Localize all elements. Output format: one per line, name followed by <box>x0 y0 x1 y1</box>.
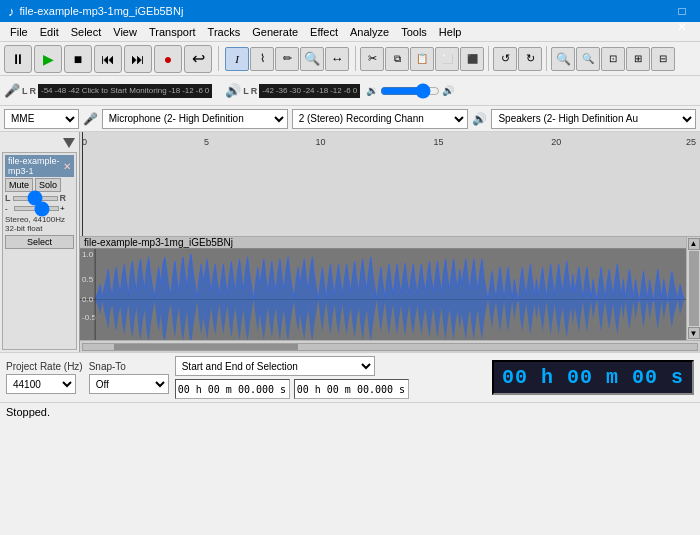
waveform-container[interactable]: file-example-mp3-1mg_iGEb5BNj <box>80 237 686 341</box>
zoom-in-track[interactable]: 🔍 <box>551 47 575 71</box>
menu-transport[interactable]: Transport <box>143 24 202 40</box>
play-button[interactable]: ▶ <box>34 45 62 73</box>
status-bar: Stopped. <box>0 402 700 420</box>
track-close-button[interactable]: ✕ <box>63 161 71 172</box>
svg-text:0.0: 0.0 <box>82 294 94 303</box>
meter-tick-6: -6 <box>196 86 203 95</box>
vscroll-down[interactable]: ▼ <box>688 327 700 339</box>
time-value: 00 h 00 m 00 s <box>502 366 684 389</box>
envelope-tool-button[interactable]: ⌇ <box>250 47 274 71</box>
speaker-icon[interactable]: 🔊 <box>225 83 241 98</box>
menu-select[interactable]: Select <box>65 24 108 40</box>
menu-edit[interactable]: Edit <box>34 24 65 40</box>
trim-button[interactable]: ⬜ <box>435 47 459 71</box>
time-shift-button[interactable]: ↔ <box>325 47 349 71</box>
gain-triangle[interactable] <box>63 138 75 148</box>
sel-end-input[interactable] <box>294 379 409 399</box>
project-rate-select[interactable]: 44100 <box>6 374 76 394</box>
hscroll-track[interactable] <box>82 343 698 351</box>
menu-view[interactable]: View <box>107 24 143 40</box>
menu-effect[interactable]: Effect <box>304 24 344 40</box>
mic-icon[interactable]: 🎤 <box>4 83 20 98</box>
pause-button[interactable]: ⏸ <box>4 45 32 73</box>
skip-forward-button[interactable]: ⏭ <box>124 45 152 73</box>
volume-slider[interactable] <box>380 87 440 95</box>
vol-up-icon: 🔊 <box>442 85 454 96</box>
selection-tool-button[interactable]: I <box>225 47 249 71</box>
redo-button[interactable]: ↻ <box>518 47 542 71</box>
paste-button[interactable]: 📋 <box>410 47 434 71</box>
playback-left-label: L <box>243 86 249 96</box>
silence-button[interactable]: ⬛ <box>460 47 484 71</box>
track-stereo: Stereo, 44100Hz <box>5 215 74 224</box>
copy-button[interactable]: ⧉ <box>385 47 409 71</box>
stop-button[interactable]: ■ <box>64 45 92 73</box>
menu-tracks[interactable]: Tracks <box>202 24 247 40</box>
zoom-out-track[interactable]: 🔍 <box>576 47 600 71</box>
select-button[interactable]: Select <box>5 235 74 249</box>
draw-tool-button[interactable]: ✏ <box>275 47 299 71</box>
hscroll-thumb[interactable] <box>114 344 298 350</box>
snap-select[interactable]: Off <box>89 374 169 394</box>
sel-start-input[interactable] <box>175 379 290 399</box>
time-display: 00 h 00 m 00 s <box>492 360 694 395</box>
mic-device-icon: 🎤 <box>83 112 98 126</box>
toolbar-row2: 🎤 L R -54 -48 -42 Click to Start Monitor… <box>0 76 700 106</box>
vol-label: - <box>5 204 13 213</box>
undo-button[interactable]: ↺ <box>493 47 517 71</box>
waveform-display[interactable]: 1.0 0.0 -0.5 -1.0 0.5 1.0 0.5 0.0 -0.5 -… <box>80 249 686 341</box>
skip-back-button[interactable]: ⏮ <box>94 45 122 73</box>
zoom-fit-track[interactable]: ⊞ <box>626 47 650 71</box>
timeline-ruler[interactable]: 0 5 10 15 20 25 <box>80 132 700 237</box>
zoom-toggle[interactable]: ⊟ <box>651 47 675 71</box>
pm-tick-36: -36 <box>276 86 288 95</box>
meter-tick-48: -48 <box>55 86 67 95</box>
track-name: file-example-mp3-1 <box>8 156 60 176</box>
output-device-select[interactable]: Speakers (2- High Definition Au <box>491 109 696 129</box>
menu-file[interactable]: File <box>4 24 34 40</box>
menu-analyze[interactable]: Analyze <box>344 24 395 40</box>
zoom-in-button[interactable]: 🔍 <box>300 47 324 71</box>
maximize-button[interactable]: □ <box>672 3 692 19</box>
host-select[interactable]: MME <box>4 109 79 129</box>
playback-meter[interactable]: -42 -36 -30 -24 -18 -12 -6 0 <box>259 84 360 98</box>
snap-to-group: Snap-To Off <box>89 361 169 394</box>
record-button[interactable]: ● <box>154 45 182 73</box>
waveform-title-text: file-example-mp3-1mg_iGEb5BNj <box>84 237 233 248</box>
vscroll-up[interactable]: ▲ <box>688 238 700 250</box>
ruler-25: 25 <box>686 137 696 147</box>
pm-tick-24: -24 <box>303 86 315 95</box>
input-device-select[interactable]: Microphone (2- High Definition <box>102 109 288 129</box>
toolbar-row1: ⏸ ▶ ■ ⏮ ⏭ ● ↩ I ⌇ ✏ 🔍 ↔ ✂ ⧉ 📋 ⬜ ⬛ ↺ ↻ 🔍 … <box>0 42 700 76</box>
meter-monitoring-label: Click to Start Monitoring <box>82 86 167 95</box>
ruler-15: 15 <box>433 137 443 147</box>
track-name-box[interactable]: file-example-mp3-1 ✕ <box>5 155 74 177</box>
app-icon: ♪ <box>8 4 15 19</box>
track-vol-slider[interactable] <box>14 206 59 211</box>
waveform-titlebar: file-example-mp3-1mg_iGEb5BNj <box>80 237 686 249</box>
pm-tick-18: -18 <box>317 86 329 95</box>
menu-generate[interactable]: Generate <box>246 24 304 40</box>
vscroll-thumb[interactable] <box>689 251 699 327</box>
menu-tools[interactable]: Tools <box>395 24 433 40</box>
selection-format-select[interactable]: Start and End of Selection Start and Len… <box>175 356 375 376</box>
horizontal-scrollbar[interactable] <box>80 340 700 352</box>
titlebar: ♪ file-example-mp3-1mg_iGEb5BNj — □ ✕ <box>0 0 700 22</box>
pm-tick-30: -30 <box>289 86 301 95</box>
loop-button[interactable]: ↩ <box>184 45 212 73</box>
channel-select[interactable]: 2 (Stereo) Recording Chann <box>292 109 469 129</box>
close-button[interactable]: ✕ <box>672 19 692 35</box>
track-left-panel: file-example-mp3-1 ✕ Mute Solo L R - + <box>0 132 80 352</box>
project-rate-group: Project Rate (Hz) 44100 <box>6 361 83 394</box>
menu-help[interactable]: Help <box>433 24 468 40</box>
menubar: File Edit Select View Transport Tracks G… <box>0 22 700 42</box>
bottom-toolbar: Project Rate (Hz) 44100 Snap-To Off Star… <box>0 352 700 402</box>
window-title: file-example-mp3-1mg_iGEb5BNj <box>20 5 673 17</box>
vertical-scrollbar[interactable]: ▲ ▼ <box>686 237 700 341</box>
record-meter[interactable]: -54 -48 -42 Click to Start Monitoring -1… <box>38 84 212 98</box>
track-info: Stereo, 44100Hz 32-bit float <box>5 215 74 233</box>
meter-tick-12: -12 <box>182 86 194 95</box>
cut-button[interactable]: ✂ <box>360 47 384 71</box>
zoom-selection[interactable]: ⊡ <box>601 47 625 71</box>
meter-tick-0: 0 <box>205 86 209 95</box>
